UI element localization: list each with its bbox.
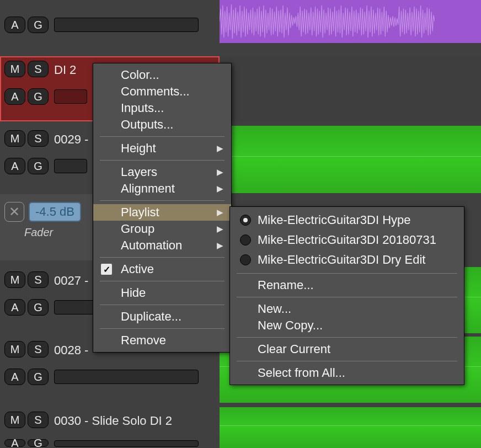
track-name: DI 2: [54, 63, 76, 77]
menu-item-new-copy[interactable]: New Copy...: [230, 317, 464, 334]
checkmark-icon: ✓: [101, 264, 112, 275]
menu-item-clear-current[interactable]: Clear Current: [230, 341, 464, 358]
chevron-right-icon: ▶: [217, 184, 223, 194]
volume-slider[interactable]: [54, 440, 199, 447]
track-header[interactable]: M S 0030 - Slide Solo DI 2 A G: [0, 407, 220, 448]
automation-button[interactable]: A: [4, 439, 25, 447]
automation-button[interactable]: A: [4, 369, 25, 385]
audio-clip[interactable]: [220, 0, 481, 43]
track-name: 0028 -: [54, 343, 88, 358]
track-name: DI 1: [54, 0, 76, 1]
automation-button[interactable]: A: [4, 17, 25, 33]
menu-item-duplicate[interactable]: Duplicate...: [93, 308, 231, 325]
playlist-submenu[interactable]: Mike-ElectricGuitar3DI Hype Mike-Electri…: [229, 206, 464, 385]
menu-item-select-from-all[interactable]: Select from All...: [230, 365, 464, 381]
menu-item-playlist[interactable]: Playlist▶: [93, 204, 231, 221]
menu-item-comments[interactable]: Comments...: [93, 83, 231, 100]
menu-item-inputs[interactable]: Inputs...: [93, 100, 231, 116]
menu-item-layers[interactable]: Layers▶: [93, 164, 231, 180]
volume-slider[interactable]: [54, 18, 199, 32]
mute-button[interactable]: M: [4, 61, 25, 77]
volume-slider[interactable]: [54, 370, 199, 384]
group-button[interactable]: G: [28, 17, 49, 33]
menu-item-group[interactable]: Group▶: [93, 221, 231, 237]
menu-separator: [237, 273, 457, 274]
menu-separator: [237, 337, 457, 338]
audio-clip[interactable]: [220, 407, 481, 448]
menu-item-automation[interactable]: Automation▶: [93, 237, 231, 254]
mute-button[interactable]: M: [4, 271, 25, 288]
menu-separator: [100, 160, 225, 161]
group-button[interactable]: G: [28, 439, 49, 447]
menu-item-hide[interactable]: Hide: [93, 285, 231, 301]
group-button[interactable]: G: [28, 88, 49, 105]
solo-button[interactable]: S: [28, 61, 49, 77]
audio-clip[interactable]: [220, 126, 481, 193]
volume-slider[interactable]: [54, 89, 87, 104]
fader-value[interactable]: -4.5 dB: [29, 202, 81, 222]
menu-separator: [237, 361, 457, 361]
playlist-option[interactable]: Mike-ElectricGuitar3DI Dry Edit: [230, 250, 464, 270]
mute-button[interactable]: M: [4, 130, 25, 147]
menu-item-height[interactable]: Height▶: [93, 140, 231, 157]
track-header[interactable]: M S DI 1 A G: [0, 0, 220, 43]
solo-button[interactable]: S: [28, 130, 49, 147]
radio-icon: [240, 234, 251, 246]
automation-button[interactable]: A: [4, 158, 25, 174]
automation-button[interactable]: A: [4, 88, 25, 105]
playlist-option[interactable]: Mike-ElectricGuitar3DI 20180731: [230, 230, 464, 250]
menu-separator: [100, 281, 225, 281]
chevron-right-icon: ▶: [217, 143, 223, 153]
track-name: 0030 - Slide Solo DI 2: [54, 414, 172, 428]
chevron-right-icon: ▶: [217, 224, 223, 234]
group-button[interactable]: G: [28, 299, 49, 316]
volume-slider[interactable]: [54, 159, 87, 173]
menu-separator: [100, 257, 225, 258]
menu-item-alignment[interactable]: Alignment▶: [93, 180, 231, 197]
radio-selected-icon: [240, 215, 251, 226]
empty-clip-lane[interactable]: [220, 56, 481, 121]
solo-button[interactable]: S: [28, 412, 49, 428]
menu-item-color[interactable]: Color...: [93, 67, 231, 83]
automation-button[interactable]: A: [4, 299, 25, 316]
menu-separator: [237, 297, 457, 297]
menu-item-new[interactable]: New...: [230, 301, 464, 317]
menu-separator: [100, 200, 225, 201]
chevron-right-icon: ▶: [217, 167, 223, 177]
group-button[interactable]: G: [28, 158, 49, 174]
menu-item-rename[interactable]: Rename...: [230, 277, 464, 294]
mute-button[interactable]: M: [4, 341, 25, 358]
radio-icon: [240, 254, 251, 265]
mute-button[interactable]: M: [4, 412, 25, 428]
menu-item-remove[interactable]: Remove: [93, 332, 231, 349]
menu-separator: [100, 136, 225, 137]
menu-separator: [100, 305, 225, 305]
menu-separator: [100, 328, 225, 329]
fader-label: Fader: [24, 226, 53, 239]
menu-item-outputs[interactable]: Outputs...: [93, 116, 231, 133]
menu-item-active[interactable]: ✓Active: [93, 261, 231, 278]
track-name: 0027 -: [54, 274, 88, 288]
solo-button[interactable]: S: [28, 271, 49, 288]
track-name: 0029 -: [54, 132, 88, 147]
waveform-icon: [220, 0, 435, 43]
track-context-menu[interactable]: Color... Comments... Inputs... Outputs..…: [93, 63, 232, 353]
solo-button[interactable]: S: [28, 341, 49, 358]
chevron-right-icon: ▶: [217, 207, 223, 217]
chevron-right-icon: ▶: [217, 241, 223, 250]
playlist-option[interactable]: Mike-ElectricGuitar3DI Hype: [230, 210, 464, 230]
group-button[interactable]: G: [28, 369, 49, 385]
close-icon[interactable]: ✕: [4, 202, 24, 222]
